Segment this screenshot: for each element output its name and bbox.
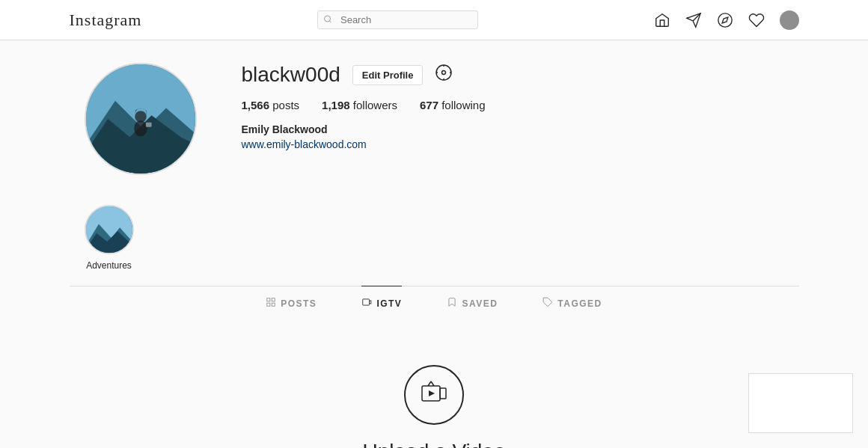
- profile-avatar-wrap: [85, 63, 197, 175]
- profile-header: blackw00d Edit Profile: [85, 63, 784, 175]
- tag-icon: [542, 297, 553, 310]
- bottom-overlay-box: [748, 373, 853, 433]
- upload-icon-circle: [404, 365, 464, 425]
- svg-point-2: [718, 13, 731, 26]
- profile-avatar-icon[interactable]: [780, 10, 799, 30]
- send-icon[interactable]: [685, 12, 702, 28]
- svg-line-27: [428, 381, 431, 386]
- svg-point-0: [324, 16, 330, 22]
- highlight-image: [86, 205, 132, 254]
- main-content: blackw00d Edit Profile: [0, 40, 868, 448]
- profile-website[interactable]: www.emily-blackwood.com: [242, 138, 367, 150]
- compass-icon[interactable]: [717, 12, 733, 28]
- svg-rect-10: [145, 123, 151, 127]
- following-stat[interactable]: 677 following: [420, 99, 486, 111]
- settings-icon[interactable]: [435, 64, 453, 86]
- edit-profile-button[interactable]: Edit Profile: [352, 65, 424, 85]
- bookmark-icon: [447, 297, 457, 310]
- svg-line-1: [329, 20, 331, 22]
- header-icons: [654, 10, 799, 30]
- svg-rect-20: [267, 298, 270, 301]
- tab-tagged-label: TAGGED: [557, 298, 602, 309]
- svg-rect-22: [267, 303, 270, 306]
- highlight-adventures[interactable]: Adventures: [85, 205, 134, 271]
- home-icon[interactable]: [654, 12, 670, 28]
- svg-point-9: [135, 111, 147, 123]
- tab-saved[interactable]: SAVED: [447, 286, 498, 320]
- svg-point-11: [436, 65, 451, 80]
- igtv-content-area: Upload a Video Videos must be between 1 …: [0, 320, 868, 448]
- svg-point-8: [134, 120, 147, 136]
- grid-icon: [266, 297, 276, 310]
- search-icon: [323, 14, 332, 25]
- svg-rect-24: [363, 299, 370, 305]
- tab-igtv-label: IGTV: [376, 298, 402, 309]
- profile-username: blackw00d: [242, 63, 340, 87]
- profile-full-name: Emily Blackwood: [242, 123, 784, 135]
- header: Instagram: [0, 0, 868, 40]
- tab-posts[interactable]: POSTS: [266, 286, 317, 320]
- heart-icon[interactable]: [748, 12, 765, 28]
- profile-top: blackw00d Edit Profile: [242, 63, 784, 87]
- igtv-icon: [361, 297, 372, 310]
- highlight-circle-adventures: [85, 205, 134, 254]
- svg-point-4: [786, 14, 792, 19]
- followers-stat[interactable]: 1,198 followers: [322, 99, 397, 111]
- tabs-nav: POSTS IGTV SAVED: [85, 286, 784, 320]
- tab-posts-label: POSTS: [281, 298, 317, 309]
- profile-info: blackw00d Edit Profile: [242, 63, 784, 150]
- svg-rect-21: [272, 298, 275, 301]
- svg-marker-29: [429, 390, 435, 396]
- profile-avatar: [85, 63, 197, 175]
- profile-stats: 1,566 posts 1,198 followers 677 followin…: [242, 99, 784, 111]
- posts-stat: 1,566 posts: [242, 99, 300, 111]
- highlights-section: Adventures: [85, 197, 784, 286]
- igtv-upload-icon: [419, 380, 449, 410]
- svg-rect-23: [272, 303, 275, 306]
- avatar-image: [86, 63, 195, 175]
- svg-line-28: [431, 381, 434, 386]
- instagram-logo: Instagram: [70, 10, 142, 30]
- search-input[interactable]: [317, 10, 478, 29]
- svg-point-12: [442, 71, 446, 75]
- search-container: [317, 10, 478, 29]
- tab-igtv[interactable]: IGTV: [361, 286, 402, 320]
- svg-marker-3: [722, 17, 728, 23]
- highlight-label-adventures: Adventures: [86, 260, 132, 271]
- svg-rect-30: [440, 388, 446, 399]
- upload-video-title: Upload a Video: [363, 440, 506, 448]
- tab-saved-label: SAVED: [462, 298, 498, 309]
- tab-tagged[interactable]: TAGGED: [542, 286, 602, 320]
